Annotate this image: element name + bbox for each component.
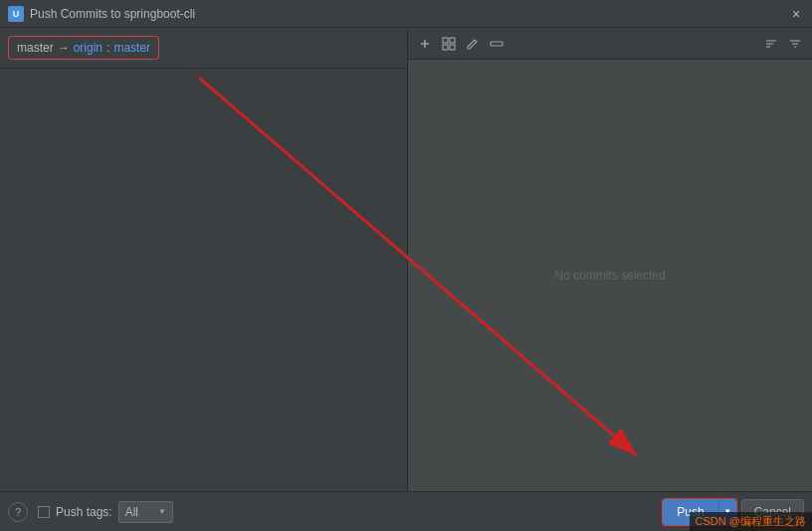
svg-rect-1 — [450, 38, 455, 43]
remote-branch: master — [113, 41, 150, 55]
sort-icon[interactable] — [760, 33, 782, 55]
add-icon[interactable] — [414, 33, 436, 55]
dialog-title: Push Commits to springboot-cli — [30, 7, 788, 21]
commits-list — [0, 69, 407, 491]
footer-buttons: Push ▼ Cancel — [662, 498, 804, 526]
footer: ? Push tags: All ▼ Push ▼ Cancel — [0, 491, 812, 531]
minus-icon[interactable] — [486, 33, 508, 55]
branch-selector: master → origin : master — [0, 28, 407, 69]
tags-dropdown-value: All — [125, 505, 138, 519]
push-tags-label: Push tags: — [56, 505, 112, 519]
push-commits-dialog: U Push Commits to springboot-cli × maste… — [0, 0, 812, 531]
help-button[interactable]: ? — [8, 502, 28, 522]
branch-arrow: → — [58, 41, 70, 55]
svg-rect-0 — [443, 38, 448, 43]
branch-box[interactable]: master → origin : master — [8, 36, 159, 60]
title-bar: U Push Commits to springboot-cli × — [0, 0, 812, 28]
push-tags-checkbox[interactable] — [38, 506, 50, 518]
svg-rect-3 — [450, 45, 455, 50]
push-button[interactable]: Push — [663, 499, 717, 525]
push-tags-section: Push tags: All ▼ — [38, 501, 173, 523]
tags-dropdown[interactable]: All ▼ — [118, 501, 173, 523]
left-panel: master → origin : master — [0, 28, 408, 491]
toolbar-group-left — [414, 33, 508, 55]
toolbar-group-right — [760, 33, 806, 55]
push-button-wrapper: Push ▼ — [662, 498, 736, 526]
filter-icon[interactable] — [784, 33, 806, 55]
close-button[interactable]: × — [788, 6, 804, 22]
cancel-button[interactable]: Cancel — [741, 499, 804, 525]
right-panel: No commits selected — [408, 28, 812, 491]
push-dropdown-arrow-icon[interactable]: ▼ — [718, 499, 736, 525]
detail-toolbar — [408, 28, 812, 60]
grid-icon[interactable] — [438, 33, 460, 55]
commit-detail-area: No commits selected — [408, 60, 812, 491]
no-commits-label: No commits selected — [554, 268, 665, 282]
svg-rect-2 — [443, 45, 448, 50]
local-branch: master — [17, 41, 54, 55]
edit-icon[interactable] — [462, 33, 484, 55]
app-icon: U — [8, 6, 24, 22]
dropdown-arrow-icon: ▼ — [158, 507, 166, 516]
remote-name: origin — [74, 41, 102, 55]
branch-colon: : — [106, 41, 109, 55]
main-content: master → origin : master — [0, 28, 812, 491]
svg-rect-4 — [491, 42, 503, 46]
